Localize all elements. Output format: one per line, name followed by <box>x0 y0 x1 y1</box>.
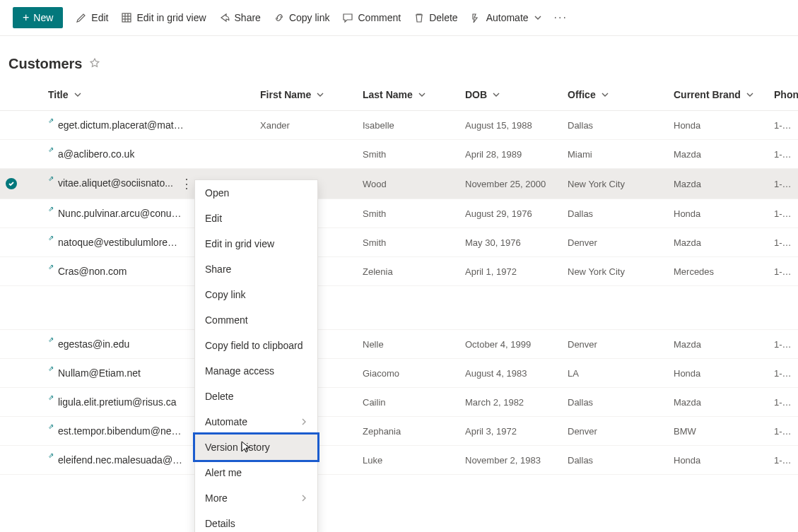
title-cell[interactable]: ⇗a@aclibero.co.uk <box>42 140 254 169</box>
context-menu-item-label: Open <box>205 187 229 199</box>
cell-dob: November 2, 1983 <box>459 446 562 475</box>
chevron-down-icon <box>602 91 609 98</box>
edit-button[interactable]: Edit <box>76 12 108 23</box>
row-select[interactable] <box>0 417 42 446</box>
column-brand[interactable]: Current Brand <box>668 82 768 111</box>
row-select[interactable] <box>0 169 42 199</box>
table-row[interactable]: ⇗vitae.aliquet@sociisnato...⋮WoodNovembe… <box>0 169 798 199</box>
column-office[interactable]: Office <box>562 82 668 111</box>
table-row[interactable]: ⇗natoque@vestibulumlorem.eduSmithMay 30,… <box>0 228 798 257</box>
context-menu-item[interactable]: Copy link <box>195 282 317 307</box>
table-row[interactable]: ⇗a@aclibero.co.ukSmithApril 28, 1989Miam… <box>0 140 798 169</box>
context-menu-item[interactable]: Automate <box>195 409 317 435</box>
context-menu-item[interactable]: Edit <box>195 206 317 231</box>
table-row[interactable]: ⇗ligula.elit.pretium@risus.caCailinMarch… <box>0 388 798 417</box>
table-row[interactable]: ⇗eget.dictum.placerat@mattis.caXanderIsa… <box>0 111 798 140</box>
row-title: a@aclibero.co.uk <box>58 148 134 160</box>
edit-label: Edit <box>91 12 108 23</box>
cell-last-name: Luke <box>357 446 459 475</box>
row-select[interactable] <box>0 140 42 169</box>
column-last-name[interactable]: Last Name <box>357 82 459 111</box>
row-select[interactable] <box>0 388 42 417</box>
context-menu-item[interactable]: Delete <box>195 384 317 409</box>
cell-office: Miami <box>562 140 668 169</box>
list-header: Customers <box>0 36 798 82</box>
chevron-down-icon <box>418 91 426 98</box>
table-row[interactable]: ⇗eleifend.nec.malesuada@atrisus.cLukeNov… <box>0 446 798 475</box>
shared-badge-icon: ⇗ <box>48 451 54 459</box>
context-menu-item[interactable]: Open <box>195 180 317 206</box>
row-select[interactable] <box>0 257 42 286</box>
shared-badge-icon: ⇗ <box>48 234 54 242</box>
column-first-name[interactable]: First Name <box>254 82 357 111</box>
row-select[interactable] <box>0 330 42 359</box>
cell-phone: 1-481- <box>768 257 798 286</box>
cell-brand: Mazda <box>668 228 768 257</box>
table-row[interactable]: ⇗est.tempor.bibendum@neccursusZephaniaAp… <box>0 417 798 446</box>
copy-link-button[interactable]: Copy link <box>274 12 330 23</box>
column-phone[interactable]: Phon <box>768 82 798 111</box>
cell-last-name: Nelle <box>357 330 459 359</box>
context-menu-item[interactable]: Alert me <box>195 460 317 475</box>
delete-button[interactable]: Delete <box>413 12 457 23</box>
context-menu-item[interactable]: Version history <box>195 435 317 460</box>
table-row[interactable]: ⇗Nunc.pulvinar.arcu@conubianostrSmithAug… <box>0 199 798 228</box>
cell-office: LA <box>562 359 668 388</box>
title-cell[interactable]: ⇗eget.dictum.placerat@mattis.ca <box>42 111 254 140</box>
cell-phone: 1-813- <box>768 140 798 169</box>
table-row[interactable]: ⇗Nullam@Etiam.netGiacomoAugust 4, 1983LA… <box>0 359 798 388</box>
delete-label: Delete <box>429 12 457 23</box>
cell-office: Dallas <box>562 388 668 417</box>
context-menu-item[interactable]: Share <box>195 256 317 282</box>
more-actions-button[interactable]: ··· <box>554 11 568 24</box>
cell-last-name: Zelenia <box>357 257 459 286</box>
favorite-star-icon[interactable] <box>89 57 100 71</box>
share-button[interactable]: Share <box>219 12 261 23</box>
cell-office: New York City <box>562 257 668 286</box>
context-menu-item[interactable]: Edit in grid view <box>195 231 317 256</box>
chevron-down-icon <box>534 12 541 23</box>
context-menu-item-label: Manage access <box>205 365 274 377</box>
row-select[interactable] <box>0 446 42 475</box>
cell-dob: April 28, 1989 <box>459 140 562 169</box>
cell-last-name: Isabelle <box>357 111 459 140</box>
cell-last-name: Wood <box>357 169 459 199</box>
cell-phone: 1-215- <box>768 417 798 446</box>
comment-label: Comment <box>358 12 401 23</box>
automate-button[interactable]: Automate <box>471 12 541 23</box>
column-dob[interactable]: DOB <box>459 82 562 111</box>
row-title: eleifend.nec.malesuada@atrisus.c <box>58 454 185 466</box>
context-menu-item[interactable]: Copy field to clipboard <box>195 333 317 358</box>
comment-button[interactable]: Comment <box>342 12 401 23</box>
row-select[interactable] <box>0 359 42 388</box>
row-title: eget.dictum.placerat@mattis.ca <box>58 119 185 131</box>
new-button-label: New <box>33 12 53 23</box>
context-menu-item-label: Share <box>205 264 231 275</box>
shared-badge-icon: ⇗ <box>48 263 54 271</box>
select-all-header[interactable] <box>0 82 42 111</box>
row-select[interactable] <box>0 199 42 228</box>
new-button[interactable]: + New <box>13 7 63 28</box>
cell-brand: Mercedes <box>668 257 768 286</box>
list-grid: Title First Name Last Name DOB Office Cu… <box>0 82 798 475</box>
automate-label: Automate <box>486 12 529 23</box>
cell-office: Dallas <box>562 111 668 140</box>
row-select[interactable] <box>0 111 42 140</box>
cell-last-name: Cailin <box>357 388 459 417</box>
cell-brand: Honda <box>668 199 768 228</box>
edit-grid-button[interactable]: Edit in grid view <box>121 12 206 23</box>
cell-first-name <box>254 140 357 169</box>
copy-link-label: Copy link <box>289 12 330 23</box>
context-menu-item[interactable]: Comment <box>195 307 317 333</box>
column-title[interactable]: Title <box>42 82 254 111</box>
cell-last-name: Smith <box>357 199 459 228</box>
context-menu-item-label: Version history <box>205 442 270 453</box>
context-menu-item-label: Edit <box>205 213 222 224</box>
row-select[interactable] <box>0 228 42 257</box>
table-row[interactable]: ⇗Cras@non.comZeleniaApril 1, 1972New Yor… <box>0 257 798 286</box>
table-row[interactable]: ⇗egestas@in.eduNelleOctober 4, 1999Denve… <box>0 330 798 359</box>
link-icon <box>274 12 285 23</box>
shared-badge-icon: ⇗ <box>48 422 54 430</box>
cell-phone: 1-405- <box>768 446 798 475</box>
context-menu-item[interactable]: Manage access <box>195 358 317 384</box>
